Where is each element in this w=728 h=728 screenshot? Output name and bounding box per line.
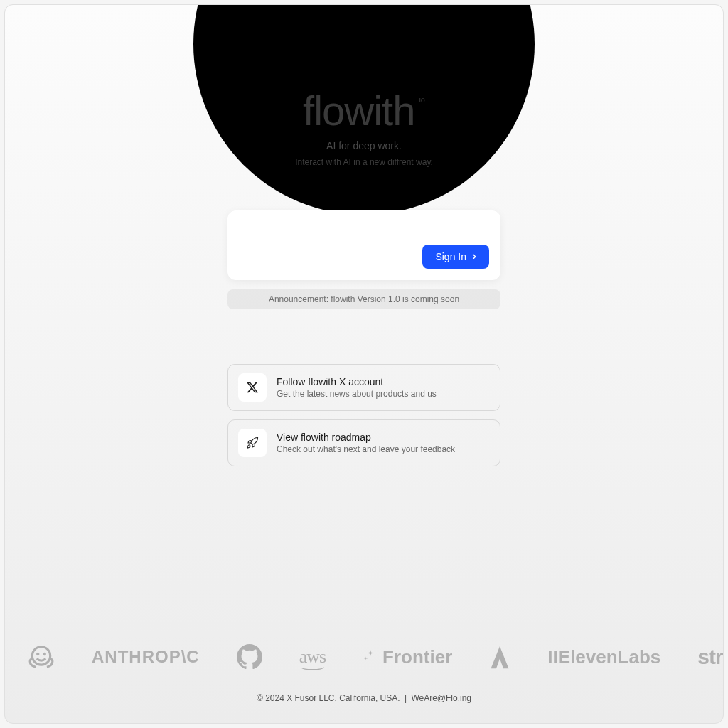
link-card-follow-x[interactable]: Follow flowith X account Get the latest … [228,364,500,411]
github-icon [237,644,262,670]
svg-point-1 [36,653,39,655]
footer: © 2024 X Fusor LLC, California, USA. | W… [5,693,723,703]
partners-row: ANTHROP\C aws Frontier IIElevenLabs stri… [5,643,723,670]
hero: flowith io AI for deep work. Interact wi… [295,87,433,167]
partner-frontier: Frontier [363,646,452,668]
partner-stripe: stripe [697,645,723,669]
logo-text: flowith [303,87,414,134]
sign-in-label: Sign In [435,251,466,262]
announcement-banner: Announcement: flowith Version 1.0 is com… [228,289,500,309]
smiley-icon [28,643,55,670]
footer-copyright: © 2024 X Fusor LLC, California, USA. [257,693,400,703]
tagline-secondary: Interact with AI in a new diffrent way. [295,157,433,167]
logo-wrap: flowith io [295,87,433,134]
rocket-icon [238,429,267,457]
partner-anthropic: ANTHROP\C [92,647,200,667]
footer-separator: | [405,693,407,703]
link-card-texts: View flowith roadmap Check out what's ne… [277,432,455,454]
link-cards: Follow flowith X account Get the latest … [228,364,500,466]
link-card-subtitle: Get the latest news about products and u… [277,389,437,399]
link-card-title: View flowith roadmap [277,432,455,443]
link-card-roadmap[interactable]: View flowith roadmap Check out what's ne… [228,419,500,466]
x-logo-icon [238,373,267,402]
auth-box: Sign In [228,210,500,280]
partner-elevenlabs: IIElevenLabs [547,646,660,668]
tagline-primary: AI for deep work. [295,140,433,151]
sign-in-button[interactable]: Sign In [422,245,489,269]
a-mark-icon [489,644,510,670]
link-card-subtitle: Check out what's next and leave your fee… [277,444,455,454]
footer-email-link[interactable]: WeAre@Flo.ing [411,693,471,703]
partner-aws: aws [299,646,326,668]
partner-hugging-face [28,643,55,670]
logo-badge: io [419,95,425,104]
svg-point-0 [32,647,50,665]
link-card-title: Follow flowith X account [277,376,437,387]
partner-github [237,644,262,670]
partner-a-mark [489,644,510,670]
chevron-right-icon [469,252,479,262]
link-card-texts: Follow flowith X account Get the latest … [277,376,437,399]
svg-point-2 [43,653,46,655]
sparkle-icon [363,649,378,665]
app-frame: flowith io AI for deep work. Interact wi… [4,4,724,724]
